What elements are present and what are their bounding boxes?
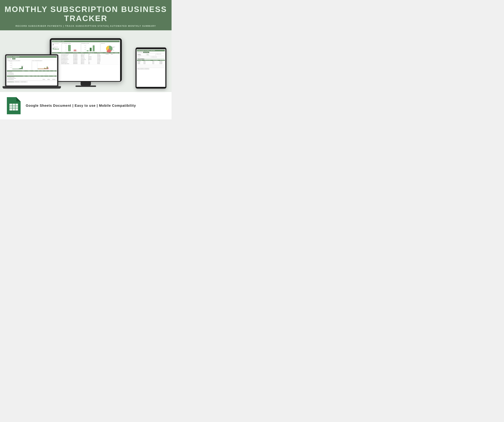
payment-info-row: Start Date: 10/18/2023 Status: Active To… (137, 53, 165, 56)
tablet-body: SUBSCRIBER PAYMENT HISTORY Subscriber Na… (136, 47, 166, 88)
svg-rect-67 (42, 69, 43, 69)
table-row: Maria Lopezmarialopez@email.com091233300… (52, 57, 120, 59)
subscriber-name-row: Subscriber Name: Michael Reyes (137, 52, 165, 53)
table-row: 11/1/2023811123GCash₱1,300.00 (137, 62, 165, 63)
svg-rect-42 (19, 68, 20, 69)
svg-text:Apr: Apr (17, 69, 17, 70)
svg-rect-71 (48, 67, 48, 69)
laptop: ANNUAL SUMMARY Select Year: 2023 Total A… (5, 54, 61, 88)
google-sheets-icon (7, 97, 21, 114)
tab-monthly-summary[interactable]: Monthly Summary (14, 81, 20, 82)
payment-table: Payment Date Billing Statement No. Payme… (137, 60, 165, 67)
table-row: Pedro Garciapedrogarcia@email.com0912030… (52, 59, 120, 60)
svg-text:May: May (18, 69, 19, 70)
table-row: Michael Reyesmichaelreyes@email.com09162… (52, 53, 120, 55)
svg-text:₱6,000: ₱6,000 (10, 63, 12, 64)
svg-rect-37 (12, 69, 13, 69)
svg-rect-65 (40, 69, 41, 69)
sheet-tabs: Subscriber Payments Log Monthly Summary … (7, 81, 57, 82)
svg-text:Jan: Jan (13, 69, 13, 70)
payment-history-section-title: Payment History (137, 58, 165, 60)
svg-text:0: 0 (66, 51, 66, 51)
status-box: Status: Active (146, 53, 156, 56)
svg-text:33.3%: 33.3% (112, 50, 114, 51)
payment-title: SUBSCRIBER PAYMENT HISTORY (137, 50, 165, 51)
charts-row: Active Subscriptions 7 Monthly Expected … (52, 42, 120, 52)
tablet-tabs: Settings Subscriber List Subscriber Pay (137, 68, 165, 70)
svg-text:2: 2 (66, 49, 66, 50)
svg-text:Advanced: Advanced (112, 47, 115, 47)
active-subs-box: Active Subscriptions 7 Monthly Expected … (52, 42, 61, 52)
laptop-base (3, 86, 61, 88)
svg-text:2: 2 (75, 49, 75, 50)
subscriber-table: Subscriber Name Email Address Phone Numb… (52, 52, 120, 64)
svg-rect-20 (90, 48, 92, 51)
svg-text:6: 6 (66, 45, 66, 46)
svg-text:Jun: Jun (19, 69, 20, 70)
svg-text:Pro: Pro (90, 51, 91, 52)
svg-text:Advanced: Advanced (93, 51, 95, 52)
svg-rect-18 (87, 50, 89, 51)
svg-text:Basic: Basic (87, 51, 88, 52)
tab-payments-log[interactable]: Subscriber Payments Log (7, 81, 14, 82)
subscriber-pie-chart: Subscriber B Advanced 33.3% Pro 33. (101, 42, 120, 52)
svg-text:₱8,000: ₱8,000 (10, 62, 12, 62)
subscribers-status-chart: No. of Subscribers by Status 0 2 4 6 (62, 42, 81, 52)
new-vs-cancelled-chart: New vs Cancelled Subscriptions (32, 60, 57, 70)
tablet-screen: SUBSCRIBER PAYMENT HISTORY Subscriber Na… (137, 49, 165, 87)
table-row: Luz Reyesluzreyes@email.com09121312337Ma… (52, 60, 120, 62)
tab-settings[interactable]: Settings (137, 68, 140, 70)
svg-rect-22 (93, 45, 95, 51)
table-row: Net Increase (Decrease)-----1-1 (7, 74, 57, 75)
tablet: SUBSCRIBER PAYMENT HISTORY Subscriber Na… (136, 47, 166, 88)
tab-subscriber-pay[interactable]: Subscriber Pay (145, 68, 149, 70)
tab-subscriber-list[interactable]: Subscriber List (140, 68, 145, 70)
monitor-base (75, 86, 96, 87)
svg-text:4: 4 (66, 47, 66, 48)
start-date-box: Start Date: 10/18/2023 (137, 53, 146, 56)
main-title: MONTHLY SUBSCRIPTION BUSINESS TRACKER (3, 5, 168, 23)
svg-text:Jul: Jul (21, 69, 21, 70)
table-row: Ana Santosanasantos@email.com09177122209… (52, 55, 120, 56)
svg-rect-6 (68, 45, 71, 51)
screen-sl-title: SUBSCRIBER LIST (52, 41, 120, 42)
svg-text:2,000: 2,000 (84, 49, 86, 50)
bottom-text: Google Sheets Document | Easy to use | M… (26, 104, 136, 108)
svg-text:7: 7 (69, 44, 70, 45)
payments-svg: 0 ₱2,000 ₱4,000 ₱6,000 ₱8,000 (7, 61, 31, 70)
gs-icon-svg (7, 97, 21, 114)
svg-text:Feb: Feb (14, 69, 15, 70)
svg-rect-38 (14, 69, 15, 69)
svg-text:Pro: Pro (112, 49, 113, 50)
year-selector: Select Year: 2023 (7, 58, 57, 59)
svg-rect-39 (15, 69, 16, 69)
table-row (137, 66, 165, 67)
svg-rect-64 (39, 69, 39, 69)
monitor-screen: SUBSCRIBER LIST Active Subscriptions 7 M… (51, 40, 120, 81)
table-row: Jose Cruzjosecruz@email.com09119130220Ma… (52, 56, 120, 57)
payment-info-row-2: End Date: Last Payment Date: (137, 56, 165, 58)
svg-rect-56 (38, 69, 38, 69)
payments-bar-chart: Total Actual Payments Received by Month … (7, 60, 32, 70)
svg-rect-70 (46, 68, 47, 69)
table-row: Cancelled Subscription Revenue-------- (7, 78, 57, 79)
svg-text:₱4,000: ₱4,000 (10, 65, 12, 66)
page-wrapper: MONTHLY SUBSCRIPTION BUSINESS TRACKER RE… (0, 0, 172, 119)
svg-rect-78 (9, 104, 18, 111)
table-row: Carlo Tancarlotan@email.com09120213105Ma… (52, 62, 120, 63)
annual-summary-screen: ANNUAL SUMMARY Select Year: 2023 Total A… (6, 56, 57, 86)
svg-text:Cancelled: Cancelled (74, 51, 76, 52)
devices-section: SUBSCRIBER LIST Active Subscriptions 7 M… (0, 30, 172, 92)
annual-table-2: January February March April May June Ju… (7, 76, 57, 80)
new-cancelled-svg: New Cancelled Net (33, 61, 56, 70)
svg-text:Aug: Aug (22, 69, 23, 70)
svg-rect-43 (20, 68, 21, 69)
annual-table-1: January February March April May June Ju… (7, 70, 57, 75)
tab-payment-history[interactable]: Subscriber Payment Hi... (20, 81, 27, 82)
end-date-box: End Date: (137, 56, 151, 58)
svg-text:₱2,000.00: ₱2,000.00 (21, 66, 23, 66)
monthly-amount-chart: Monthly Amount by Plan 0 2,000 4,000 6,0… (81, 42, 100, 52)
subscriber-list-screen: SUBSCRIBER LIST Active Subscriptions 7 M… (51, 40, 120, 81)
last-payment-box: Last Payment Date: (151, 56, 165, 58)
header: MONTHLY SUBSCRIPTION BUSINESS TRACKER RE… (0, 0, 172, 30)
